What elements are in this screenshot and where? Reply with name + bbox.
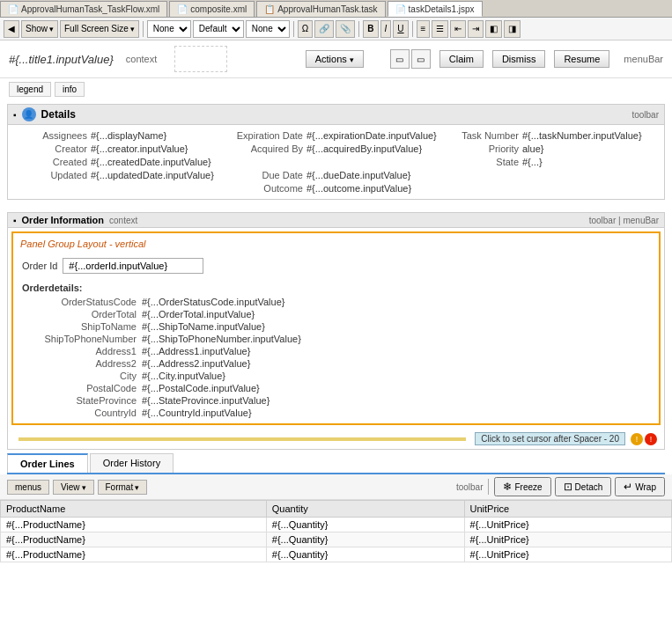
table-header-row: ProductName Quantity UnitPrice: [1, 501, 672, 518]
col-product-name[interactable]: ProductName: [1, 501, 267, 518]
table-row[interactable]: #{...ProductName} #{...Quantity} #{...Un…: [1, 547, 672, 562]
task-number-row: Task Number #{...taskNumber.inputValue}: [448, 130, 655, 141]
dismiss-button[interactable]: Dismiss: [492, 50, 546, 68]
state-label: State: [448, 157, 519, 167]
creator-row: Creator #{...creator.inputValue}: [17, 143, 224, 154]
priority-row: Priority alue}: [448, 143, 655, 154]
format-button[interactable]: Format: [98, 480, 148, 495]
bold-button[interactable]: B: [363, 20, 378, 38]
claim-button[interactable]: Claim: [439, 50, 484, 68]
col-unit-price[interactable]: UnitPrice: [464, 501, 671, 518]
city-value: #{...City.inputValue}: [142, 371, 225, 381]
ship-to-name-value: #{...ShipToName.inputValue}: [142, 321, 265, 332]
special-char-button[interactable]: Ω: [298, 20, 313, 38]
indent-button-1[interactable]: ⇤: [450, 20, 466, 38]
ship-to-name-label: ShipToName: [22, 321, 137, 332]
menus-button[interactable]: menus: [7, 480, 49, 495]
link-button[interactable]: 🔗: [314, 20, 334, 38]
table-body: #{...ProductName} #{...Quantity} #{...Un…: [1, 518, 672, 562]
toolbar-sep-4: [412, 21, 413, 37]
spacer-click-text[interactable]: Click to set cursor after Spacer - 20: [475, 432, 625, 445]
main-toolbar: ◀ Show Full Screen Size None Default Non…: [0, 18, 672, 40]
table-row[interactable]: #{...ProductName} #{...Quantity} #{...Un…: [1, 518, 672, 532]
address1-label: Address1: [22, 346, 137, 356]
assignees-row: Assignees #{...displayName}: [17, 130, 224, 141]
actions-chevron: [350, 54, 354, 64]
table-row[interactable]: #{...ProductName} #{...Quantity} #{...Un…: [1, 532, 672, 547]
spacer-click-area: Click to set cursor after Spacer - 20 ! …: [8, 429, 664, 449]
cell-quantity-3: #{...Quantity}: [266, 547, 464, 562]
tab-taskdetails1[interactable]: 📄 taskDetails1.jspx: [388, 1, 483, 17]
header-icon-1[interactable]: ▭: [390, 49, 410, 69]
order-lines-table: ProductName Quantity UnitPrice #{...Prod…: [0, 500, 672, 562]
none-select-2[interactable]: None: [246, 20, 290, 38]
bottom-tab-bar: Order Lines Order History: [7, 453, 665, 474]
tab-order-lines[interactable]: Order Lines: [7, 453, 88, 473]
address1-row: Address1 #{...Address1.inputValue}: [22, 346, 650, 356]
postal-code-row: PostalCode #{...PostalCode.inputValue}: [22, 383, 650, 393]
cell-product-name-1: #{...ProductName}: [1, 518, 267, 532]
details-collapse[interactable]: ▪: [13, 110, 17, 120]
italic-button[interactable]: I: [380, 20, 392, 38]
cell-unit-price-2: #{...UnitPrice}: [464, 532, 671, 547]
spacer-error-icon: !: [645, 433, 657, 445]
created-row: Created #{...createdDate.inputValue}: [17, 157, 224, 167]
resume-button[interactable]: Resume: [554, 50, 609, 68]
attach-button[interactable]: 📎: [336, 20, 355, 38]
order-id-row: Order Id #{...orderId.inputValue}: [17, 254, 655, 277]
order-details-grid: OrderStatusCode #{...OrderStatusCode.inp…: [17, 295, 655, 420]
acquired-value: #{...acquiredBy.inputValue}: [306, 143, 422, 154]
list-button-1[interactable]: ≡: [417, 20, 431, 38]
actions-button[interactable]: Actions: [306, 50, 364, 68]
none-select-1[interactable]: None: [147, 20, 191, 38]
wrap-button[interactable]: ↵ Wrap: [615, 477, 665, 496]
details-col-3: Task Number #{...taskNumber.inputValue} …: [448, 130, 655, 194]
tab-order-history[interactable]: Order History: [90, 453, 174, 473]
detach-button[interactable]: ⊡ Detach: [555, 477, 612, 496]
details-section: ▪ 👤 Details toolbar Assignees #{...displ…: [7, 104, 665, 200]
menubar-label: menuBar: [624, 54, 663, 64]
due-date-row: Due Date #{...dueDate.inputValue}: [233, 170, 439, 180]
order-id-label: Order Id: [22, 261, 57, 271]
align-left[interactable]: ◧: [485, 20, 502, 38]
details-header: ▪ 👤 Details toolbar: [8, 105, 664, 125]
legend-info-tabs: legend info: [0, 78, 672, 100]
order-details-label: Orderdetails:: [17, 281, 655, 295]
page-header: #{...title1.inputValue} context Actions …: [0, 40, 672, 78]
created-value: #{...createdDate.inputValue}: [91, 157, 211, 167]
header-icon-2[interactable]: ▭: [411, 49, 431, 69]
info-tab[interactable]: info: [55, 82, 85, 97]
updated-label: Updated: [17, 170, 87, 180]
view-button[interactable]: View: [53, 480, 94, 495]
cell-unit-price-1: #{...UnitPrice}: [464, 518, 671, 532]
align-right[interactable]: ◨: [504, 20, 521, 38]
legend-tab[interactable]: legend: [9, 82, 51, 97]
col-quantity[interactable]: Quantity: [266, 501, 464, 518]
show-button[interactable]: Show: [21, 20, 58, 38]
freeze-button[interactable]: ❄ Freeze: [494, 477, 550, 496]
order-section: ▪ Order Information context toolbar | me…: [7, 212, 665, 450]
default-select[interactable]: Default: [193, 20, 244, 38]
list-button-2[interactable]: ☰: [432, 20, 448, 38]
underline-button[interactable]: U: [393, 20, 408, 38]
view-chevron: [82, 482, 86, 492]
created-label: Created: [17, 157, 87, 167]
panel-group-label: Panel Group Layout - vertical: [17, 237, 655, 251]
full-screen-button[interactable]: Full Screen Size: [60, 20, 139, 38]
tab-composite[interactable]: 📄 composite.xml: [169, 1, 255, 17]
toolbar-nav-back[interactable]: ◀: [4, 20, 19, 38]
spacer-bar[interactable]: [18, 437, 466, 441]
order-collapse[interactable]: ▪: [13, 216, 17, 225]
table-toolbar: menus View Format toolbar ❄ Freeze ⊡ Det…: [0, 474, 672, 500]
details-col-2: Expiration Date #{...expirationDate.inpu…: [233, 130, 439, 194]
expiration-row: Expiration Date #{...expirationDate.inpu…: [233, 130, 439, 141]
state-province-value: #{...StateProvince.inputValue}: [142, 395, 270, 406]
tab-approvalhumantask-task[interactable]: 📋 ApprovalHumanTask.task: [256, 1, 385, 17]
detach-icon: ⊡: [564, 481, 572, 493]
xml-icon-2: 📄: [177, 4, 188, 14]
state-value: #{...}: [522, 157, 543, 167]
wrap-icon: ↵: [624, 481, 632, 493]
postal-code-label: PostalCode: [22, 383, 137, 393]
indent-button-2[interactable]: ⇥: [468, 20, 484, 38]
tab-approvalhumantask-taskflow[interactable]: 📄 ApprovalHumanTask_TaskFlow.xml: [0, 1, 167, 17]
